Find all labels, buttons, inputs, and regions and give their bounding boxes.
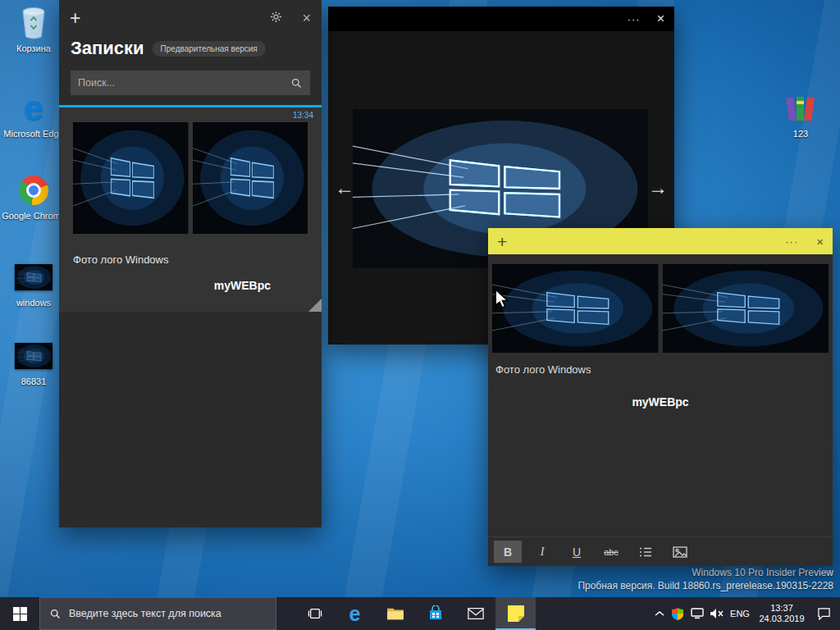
more-options-icon[interactable]: ···: [628, 13, 641, 25]
watermark-line-2: Пробная версия. Build 18860.rs_prereleas…: [578, 579, 833, 592]
winrar-books-icon: [778, 90, 824, 126]
task-view-button[interactable]: [294, 597, 335, 630]
folder-icon: [386, 606, 404, 621]
taskbar: e: [0, 597, 840, 630]
new-note-button[interactable]: +: [70, 9, 80, 28]
close-icon[interactable]: ×: [657, 11, 664, 26]
tray-time: 13:37: [770, 603, 793, 614]
underline-button[interactable]: U: [563, 541, 591, 563]
sticky-note-header[interactable]: + ··· ×: [488, 228, 833, 254]
chrome-icon: [2, 172, 66, 208]
watermark-line-1: Windows 10 Pro Insider Preview: [578, 566, 833, 579]
note-caption[interactable]: Фото лого Windows: [488, 353, 833, 376]
bullet-list-icon[interactable]: [632, 541, 660, 563]
desktop-icon-label: 123: [778, 129, 824, 139]
windows-logo-icon: [13, 607, 27, 621]
language-indicator[interactable]: ENG: [727, 597, 753, 630]
note-preview-card[interactable]: 13:34 Фото лого Windows myWEBpc: [59, 105, 322, 312]
sticky-notes-list-window: + × Записки Предварительная версия 13:34…: [59, 0, 322, 527]
close-icon[interactable]: ×: [302, 10, 311, 27]
desktop-icon-label: 86831: [2, 377, 66, 387]
network-icon[interactable]: [687, 597, 707, 630]
search-icon: [290, 77, 310, 89]
next-image-arrow[interactable]: →: [648, 178, 668, 198]
taskbar-edge-button[interactable]: e: [335, 597, 375, 630]
action-center-icon[interactable]: [810, 597, 837, 630]
desktop-icon-label: Microsoft Edge: [2, 129, 66, 139]
note-image[interactable]: [663, 264, 829, 353]
bold-button[interactable]: B: [494, 541, 522, 563]
image-file-thumbnail-icon: [2, 338, 66, 374]
insert-image-icon[interactable]: [666, 541, 694, 563]
clock[interactable]: 13:37 24.03.2019: [753, 597, 810, 630]
show-hidden-icons-chevron[interactable]: [651, 597, 668, 630]
taskbar-sticky-notes-button[interactable]: [495, 597, 536, 630]
note-footer-text: myWEBpc: [59, 266, 322, 292]
edge-icon: e: [349, 604, 361, 624]
note-format-toolbar: B I U abc: [488, 536, 833, 566]
note-image[interactable]: [492, 264, 659, 353]
desktop-icon-label: windows: [2, 298, 66, 308]
insider-watermark: Windows 10 Pro Insider Preview Пробная в…: [578, 566, 833, 592]
start-button[interactable]: [0, 597, 39, 630]
taskbar-app-buttons: e: [294, 597, 536, 630]
recycle-bin-icon: [2, 5, 66, 41]
mail-icon: [468, 607, 484, 620]
more-options-icon[interactable]: ···: [785, 235, 798, 248]
note-image-thumbnail: [73, 122, 189, 234]
desktop-icon-microsoft-edge[interactable]: e Microsoft Edge: [2, 90, 66, 139]
note-image-thumbnail: [193, 122, 308, 234]
microsoft-store-icon: [427, 605, 444, 622]
viewer-titlebar: ··· ×: [328, 7, 674, 31]
desktop-icon-86831-image[interactable]: 86831: [2, 338, 66, 387]
notes-search-input[interactable]: [71, 77, 290, 89]
image-file-thumbnail-icon: [2, 259, 66, 295]
desktop-icon-winrar-archive[interactable]: 123: [778, 90, 824, 139]
system-tray: ENG 13:37 24.03.2019: [651, 597, 840, 630]
desktop-icon-recycle-bin[interactable]: Корзина: [2, 5, 66, 54]
desktop-icon-label: Корзина: [2, 43, 66, 54]
note-images: [488, 254, 833, 353]
volume-muted-icon[interactable]: [707, 597, 727, 630]
taskbar-search-input[interactable]: [69, 608, 267, 619]
desktop-icon-windows-image[interactable]: windows: [2, 259, 66, 308]
preview-version-badge: Предварительная версия: [153, 41, 266, 57]
notes-list-titlebar: + ×: [59, 0, 322, 36]
taskbar-mail-button[interactable]: [455, 597, 495, 630]
taskbar-search-box[interactable]: [39, 597, 276, 630]
task-view-icon: [308, 607, 322, 620]
italic-button[interactable]: I: [528, 541, 556, 563]
desktop-icon-google-chrome[interactable]: Google Chrome: [2, 172, 66, 221]
previous-image-arrow[interactable]: ←: [335, 178, 354, 198]
notes-search-box[interactable]: [71, 71, 310, 95]
search-icon: [49, 608, 62, 620]
taskbar-store-button[interactable]: [415, 597, 455, 630]
close-icon[interactable]: ×: [816, 235, 824, 249]
note-thumbnails: [59, 122, 322, 234]
sticky-notes-icon: [508, 605, 524, 622]
note-caption: Фото лого Windows: [59, 234, 322, 266]
desktop-icon-label: Google Chrome: [2, 211, 66, 221]
strikethrough-button[interactable]: abc: [597, 541, 625, 563]
notes-list-header: Записки Предварительная версия: [59, 36, 322, 59]
tray-date: 24.03.2019: [759, 614, 804, 624]
note-footer-text[interactable]: myWEBpc: [488, 376, 833, 409]
page-title: Записки: [71, 38, 144, 59]
new-note-button[interactable]: +: [497, 233, 507, 250]
taskbar-file-explorer-button[interactable]: [375, 597, 415, 630]
note-timestamp: 13:34: [59, 107, 322, 122]
edge-icon: e: [2, 90, 66, 126]
settings-gear-icon[interactable]: [269, 10, 283, 27]
windows-security-shield-icon[interactable]: [668, 597, 687, 630]
sticky-note-window: + ··· × Фото лого Windows myWEBpc B I U …: [488, 228, 833, 566]
